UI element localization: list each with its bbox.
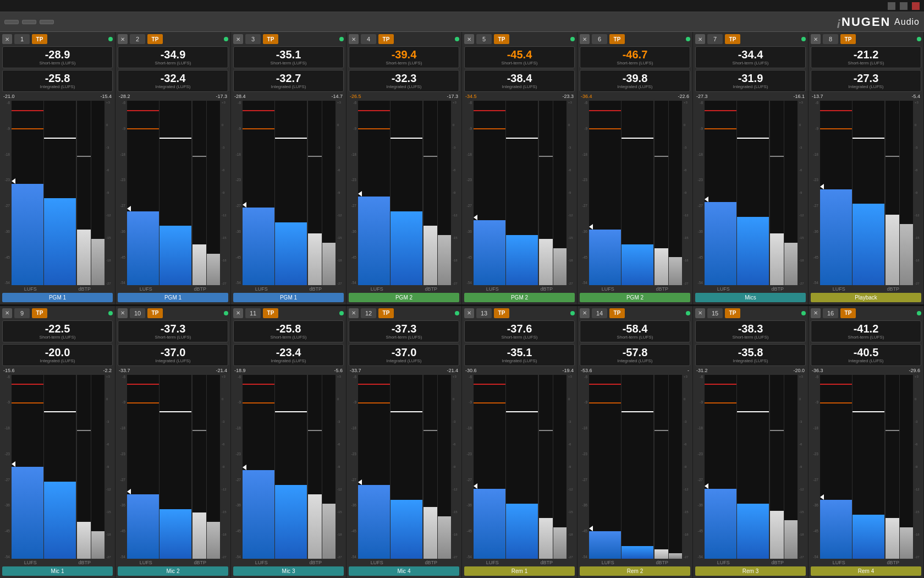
channel-3: ✕ 3 TP -35.1 Short-term (LUFS) -32.7 Int… [231,32,346,304]
short-term-label-16: Short-term (LUFS) [815,335,917,340]
short-term-value-5: -45.4 [468,49,571,60]
lufs-scale-1: -6-9-18-23-27-36-45-54 [2,101,11,285]
integrated-display-2: -32.4 Integrated (LUFS) [118,70,228,92]
reset-button[interactable] [4,20,19,24]
channel-close-1[interactable]: ✕ [2,34,12,44]
short-term-label-9: Short-term (LUFS) [6,335,109,340]
dbtp-bar-right-5 [553,101,566,285]
channel-tp-8[interactable]: TP [840,34,856,44]
peak-row-7: -27.3 -16.1 [695,94,806,99]
channel-tp-7[interactable]: TP [725,34,740,44]
channel-close-7[interactable]: ✕ [695,34,705,44]
short-term-label-5: Short-term (LUFS) [468,61,571,66]
short-term-value-2: -34.9 [122,49,224,60]
integrated-display-3: -32.7 Integrated (LUFS) [233,70,344,92]
channel-number-4: 4 [361,34,376,44]
maximize-button[interactable] [900,2,908,10]
channel-close-14[interactable]: ✕ [580,308,590,318]
channel-close-2[interactable]: ✕ [118,34,128,44]
short-term-display-2: -34.9 Short-term (LUFS) [118,46,228,68]
dbtp-label-12: dBTP [425,560,438,565]
peak-right-2: -17.3 [216,94,227,99]
short-term-value-1: -28.9 [6,49,109,60]
channel-tp-10[interactable]: TP [147,308,163,318]
peak-row-9: -15.6 -2.2 [2,368,113,373]
channel-close-13[interactable]: ✕ [464,308,474,318]
peak-row-6: -36.4 -22.6 [580,94,690,99]
minimize-button[interactable] [888,2,895,10]
channel-close-11[interactable]: ✕ [233,308,243,318]
short-term-label-15: Short-term (LUFS) [699,335,802,340]
integrated-label-15: Integrated (LUFS) [699,358,802,363]
short-term-display-1: -28.9 Short-term (LUFS) [2,46,113,68]
channel-close-3[interactable]: ✕ [233,34,243,44]
dbtp-bar-right-6 [669,101,682,285]
window-controls[interactable] [888,2,920,10]
channel-indicator-7 [801,37,806,41]
channel-number-11: 11 [245,308,261,318]
short-term-label-1: Short-term (LUFS) [6,61,109,66]
channel-close-9[interactable]: ✕ [2,308,12,318]
channel-label-12: Mic 4 [349,566,459,576]
channel-tp-14[interactable]: TP [609,308,625,318]
dbtp-scale-16: +30-3-6-9-12-15-18-27 [914,375,921,559]
peak-row-2: -28.2 -17.3 [118,94,228,99]
channel-tp-3[interactable]: TP [263,34,278,44]
redo-button[interactable] [40,20,54,24]
channel-tp-9[interactable]: TP [32,308,47,318]
undo-button[interactable] [22,20,36,24]
channel-close-12[interactable]: ✕ [349,308,359,318]
dbtp-bar-right-10 [207,375,220,559]
short-term-label-3: Short-term (LUFS) [237,61,340,66]
channel-tp-16[interactable]: TP [840,308,856,318]
lufs-bar-left-11 [243,375,274,559]
lufs-label-3: LUFS [255,286,268,292]
channel-header-2: ✕ 2 TP [118,34,228,44]
short-term-value-14: -58.4 [584,323,686,334]
lufs-bar-left-9 [12,375,43,559]
channel-close-6[interactable]: ✕ [580,34,590,44]
peak-right-12: -21.4 [447,368,458,373]
channel-tp-15[interactable]: TP [725,308,740,318]
channel-tp-5[interactable]: TP [494,34,509,44]
dbtp-bar-left-8 [886,101,899,285]
channel-tp-11[interactable]: TP [263,308,278,318]
channel-close-16[interactable]: ✕ [811,308,821,318]
integrated-label-11: Integrated (LUFS) [237,358,340,363]
lufs-label-8: LUFS [833,286,845,292]
lufs-scale-7: -6-9-18-23-27-36-45-54 [695,101,704,285]
lufs-scale-9: -6-9-18-23-27-36-45-54 [2,375,11,559]
dbtp-scale-12: +30-3-6-9-12-15-18-27 [452,375,459,559]
channel-tp-2[interactable]: TP [147,34,163,44]
short-term-display-8: -21.2 Short-term (LUFS) [811,46,921,68]
dbtp-bar-right-9 [91,375,105,559]
peak-row-14: -53.6 - [580,368,690,373]
channel-close-8[interactable]: ✕ [811,34,821,44]
channel-close-10[interactable]: ✕ [118,308,128,318]
dbtp-bar-left-4 [424,101,437,285]
dbtp-bar-left-12 [424,375,437,559]
short-term-display-15: -38.3 Short-term (LUFS) [695,320,806,342]
channel-close-4[interactable]: ✕ [349,34,359,44]
channel-close-5[interactable]: ✕ [464,34,474,44]
lufs-bar-left-14 [589,375,621,559]
channel-tp-1[interactable]: TP [32,34,47,44]
channel-tp-13[interactable]: TP [494,308,509,318]
short-term-display-7: -34.4 Short-term (LUFS) [695,46,806,68]
dbtp-scale-15: +30-3-6-9-12-15-18-27 [798,375,806,559]
short-term-display-14: -58.4 Short-term (LUFS) [580,320,690,342]
bars-labels-4: LUFS dBTP [349,286,459,292]
dbtp-scale-5: +30-3-6-9-12-15-18-27 [567,101,575,285]
lufs-bar-right-6 [622,101,653,285]
channel-tp-12[interactable]: TP [378,308,394,318]
lufs-bar-left-10 [127,375,159,559]
channel-tp-4[interactable]: TP [378,34,394,44]
lufs-bar-left-12 [358,375,390,559]
short-term-label-2: Short-term (LUFS) [122,61,224,66]
channel-tp-6[interactable]: TP [609,34,625,44]
channel-close-15[interactable]: ✕ [695,308,705,318]
close-button[interactable] [912,2,920,10]
short-term-display-4: -39.4 Short-term (LUFS) [349,46,459,68]
channel-indicator-14 [686,311,690,315]
dbtp-label-4: dBTP [425,286,438,292]
